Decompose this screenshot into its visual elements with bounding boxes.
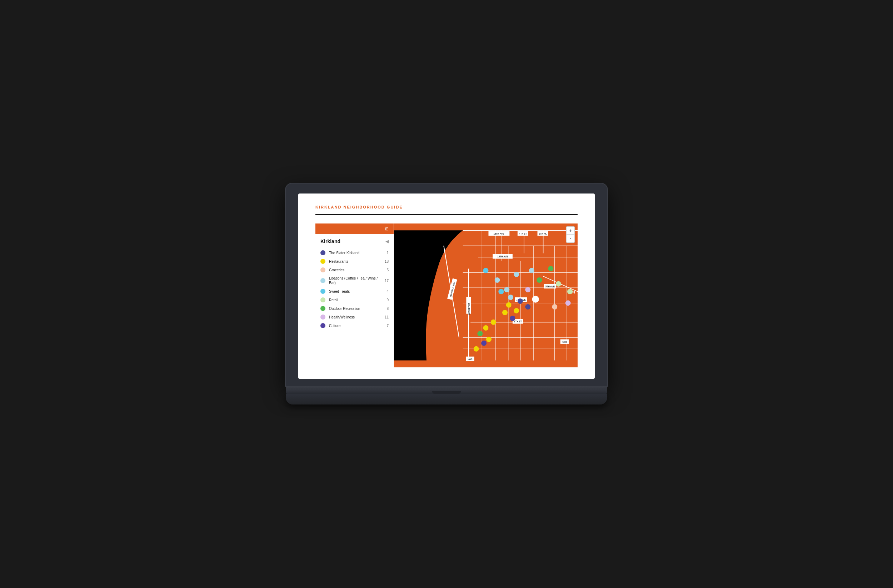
svg-point-48 xyxy=(529,268,534,273)
svg-point-67 xyxy=(477,331,483,336)
map-container: ⊞ Kirkland ◀ The Slater Kirkland 1 xyxy=(316,224,577,368)
svg-text:4TH ST: 4TH ST xyxy=(519,232,527,235)
svg-point-46 xyxy=(504,287,510,292)
svg-point-63 xyxy=(552,304,557,309)
svg-point-61 xyxy=(556,281,561,286)
svg-point-50 xyxy=(548,266,554,272)
legend-label: The Slater Kirkland xyxy=(329,250,359,255)
legend-item-left: Outdoor Recreation xyxy=(320,306,360,311)
legend-panel: ⊞ Kirkland ◀ The Slater Kirkland 1 xyxy=(316,224,394,368)
page-title: KIRKLAND NEIGHBORHOOD GUIDE xyxy=(316,205,577,209)
legend-item[interactable]: Restaurants 18 xyxy=(316,257,394,266)
legend-item[interactable]: Libations (Coffee / Tea / Wine / Bar) 17 xyxy=(316,274,394,287)
svg-text:5TH AVE: 5TH AVE xyxy=(546,285,555,288)
legend-item-left: Sweet Treats xyxy=(320,289,350,294)
legend-label: Retail xyxy=(329,298,338,302)
svg-point-70 xyxy=(481,340,487,346)
legend-header: ⊞ xyxy=(316,224,394,234)
svg-text:6TH: 6TH xyxy=(562,340,567,343)
legend-items: The Slater Kirkland 1 Restaurants 18 Gro… xyxy=(316,247,394,368)
legend-count: 4 xyxy=(386,290,389,294)
legend-dot xyxy=(320,297,325,302)
legend-count: 18 xyxy=(385,260,389,264)
legend-item[interactable]: Groceries 5 xyxy=(316,266,394,274)
legend-label: Health/Wellness xyxy=(329,315,355,320)
svg-point-54 xyxy=(491,320,496,325)
laptop-base xyxy=(286,386,607,394)
legend-item-left: The Slater Kirkland xyxy=(320,250,359,255)
svg-point-62 xyxy=(567,289,573,294)
legend-count: 11 xyxy=(385,315,389,319)
legend-item-left: Health/Wellness xyxy=(320,315,355,320)
svg-point-53 xyxy=(502,310,508,315)
legend-item[interactable]: Culture 7 xyxy=(316,321,394,330)
svg-point-69 xyxy=(474,346,479,352)
legend-count: 7 xyxy=(386,324,389,328)
legend-dot xyxy=(320,250,325,255)
legend-item[interactable]: Outdoor Recreation 8 xyxy=(316,304,394,313)
zoom-in-button[interactable]: + xyxy=(567,227,574,234)
legend-count: 9 xyxy=(386,298,389,302)
svg-point-60 xyxy=(508,294,513,300)
map-svg: 18TH AVE 4TH ST 5TH PL xyxy=(394,224,577,368)
svg-text:18TH AVE: 18TH AVE xyxy=(493,232,504,235)
legend-count: 5 xyxy=(386,268,389,272)
svg-point-58 xyxy=(510,316,515,321)
legend-item-left: Culture xyxy=(320,323,340,328)
svg-point-49 xyxy=(537,278,542,283)
screen-bezel: KIRKLAND NEIGHBORHOOD GUIDE ⊞ Kirkland xyxy=(286,183,607,386)
svg-text:MARKET ST: MARKET ST xyxy=(468,303,470,316)
svg-point-64 xyxy=(525,287,531,292)
legend-dot xyxy=(320,306,325,311)
legend-dot xyxy=(320,315,325,320)
legend-item-left: Restaurants xyxy=(320,259,348,264)
laptop-screen: KIRKLAND NEIGHBORHOOD GUIDE ⊞ Kirkland xyxy=(298,194,595,379)
legend-item-left: Retail xyxy=(320,297,338,302)
svg-text:N: N xyxy=(573,290,575,294)
legend-item-left: Libations (Coffee / Tea / Wine / Bar) xyxy=(320,276,385,285)
svg-point-59 xyxy=(498,289,504,294)
svg-text:LAK: LAK xyxy=(468,358,473,360)
collapse-button[interactable]: ◀ xyxy=(385,239,389,244)
svg-point-57 xyxy=(525,304,531,309)
legend-label: Culture xyxy=(329,324,340,328)
legend-count: 17 xyxy=(385,279,389,283)
svg-point-45 xyxy=(495,278,500,283)
legend-item[interactable]: The Slater Kirkland 1 xyxy=(316,249,394,257)
svg-text:5TH PL: 5TH PL xyxy=(539,232,547,235)
legend-dot xyxy=(320,323,325,328)
svg-point-65 xyxy=(565,300,571,306)
legend-dot xyxy=(320,267,325,272)
legend-item[interactable]: Health/Wellness 11 xyxy=(316,313,394,321)
svg-point-51 xyxy=(506,302,511,308)
svg-point-55 xyxy=(483,325,489,331)
legend-item[interactable]: Sweet Treats 4 xyxy=(316,287,394,296)
svg-text:6TH ST: 6TH ST xyxy=(514,321,522,323)
legend-item-left: Groceries xyxy=(320,267,344,272)
legend-count: 8 xyxy=(386,307,389,310)
legend-label: Libations (Coffee / Tea / Wine / Bar) xyxy=(329,276,385,285)
svg-point-66 xyxy=(532,296,539,303)
map-area[interactable]: 18TH AVE 4TH ST 5TH PL xyxy=(394,224,577,368)
svg-point-68 xyxy=(486,337,492,342)
legend-dot xyxy=(320,289,325,294)
legend-count: 1 xyxy=(386,251,389,255)
zoom-out-button[interactable]: - xyxy=(567,234,574,242)
legend-label: Outdoor Recreation xyxy=(329,306,360,311)
legend-dot xyxy=(320,259,325,264)
svg-point-47 xyxy=(514,272,519,277)
legend-dot xyxy=(320,278,325,283)
laptop-bottom xyxy=(286,394,607,405)
title-divider xyxy=(316,214,577,215)
page-content: KIRKLAND NEIGHBORHOOD GUIDE ⊞ Kirkland xyxy=(298,194,595,379)
legend-label: Restaurants xyxy=(329,259,348,264)
legend-item[interactable]: Retail 9 xyxy=(316,296,394,304)
svg-text:15TH AVE: 15TH AVE xyxy=(497,255,508,258)
legend-label: Sweet Treats xyxy=(329,289,350,294)
svg-point-52 xyxy=(514,308,519,314)
svg-point-44 xyxy=(483,268,489,273)
map-controls: + - xyxy=(566,226,575,243)
legend-title-row: Kirkland ◀ xyxy=(316,234,394,247)
legend-title: Kirkland xyxy=(320,238,340,244)
expand-icon[interactable]: ⊞ xyxy=(385,226,389,231)
